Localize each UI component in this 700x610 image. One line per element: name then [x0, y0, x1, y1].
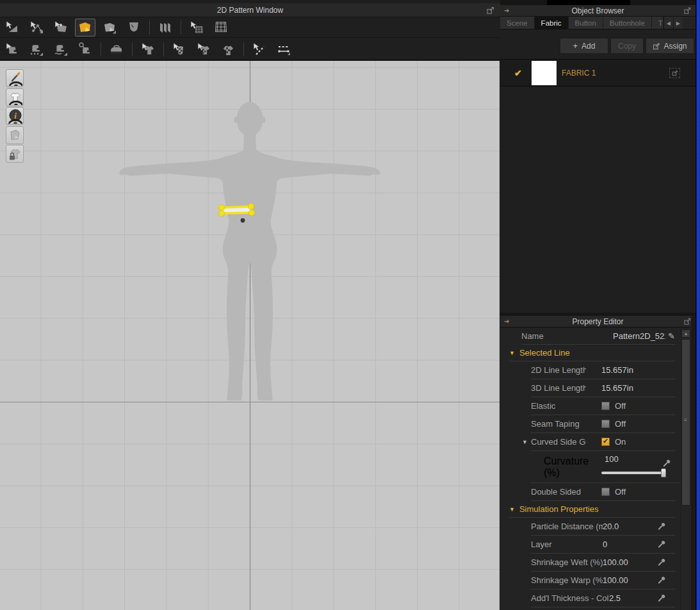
fabric-swatch[interactable] — [532, 61, 557, 85]
tab-buttonhole[interactable]: Buttonhole — [603, 17, 652, 29]
curvature-slider[interactable] — [601, 472, 663, 474]
toolbar-separator — [101, 42, 101, 56]
pattern-window-title: 2D Pattern Window — [217, 6, 283, 15]
pattern-window-popout-icon[interactable] — [486, 6, 495, 15]
texture-garment-tool[interactable] — [218, 40, 238, 58]
edit-name-icon[interactable]: ✎ — [668, 331, 675, 341]
pattern-handle-top-right[interactable] — [248, 203, 254, 209]
collapse-triangle-icon[interactable]: ▼ — [509, 506, 515, 513]
toggle-show-pattern[interactable] — [6, 126, 24, 144]
copy-button[interactable]: Copy — [610, 38, 644, 54]
tab-scene[interactable]: Scene — [500, 17, 535, 29]
top-window-strip — [500, 0, 696, 5]
double-sided-checkbox[interactable] — [601, 488, 610, 496]
shrinkage-warp-wrench-icon[interactable] — [656, 575, 666, 585]
property-row-shrinkage-weft: Shrinkage Weft (%) 100.00 — [531, 554, 675, 572]
object-browser-actions: + Add Copy Assign — [500, 38, 696, 54]
object-browser-popout-icon[interactable] — [683, 6, 692, 15]
property-row-layer: Layer 0 — [531, 536, 675, 554]
select-garment-tool[interactable] — [138, 40, 158, 58]
pattern-2d-canvas[interactable]: i — [0, 61, 500, 610]
segment-sewing-tool[interactable] — [2, 40, 22, 58]
free-sewing-tool[interactable] — [26, 40, 47, 58]
property-editor-scrollbar[interactable]: ▲ ≡ — [681, 328, 691, 610]
top-window-tab — [547, 0, 630, 5]
name-row: Name Pattern2D_521 ✎ — [521, 328, 675, 345]
section-simulation-properties[interactable]: ▼ Simulation Properties — [509, 501, 675, 518]
property-row-3d-line-length: 3D Line Length 15.657in — [531, 379, 675, 397]
pattern-2d-window: 2D Pattern Window — [0, 0, 500, 610]
elastic-checkbox[interactable] — [601, 402, 610, 410]
dock-pin-icon[interactable]: ➔ — [504, 318, 509, 326]
fabric-checkmark-icon[interactable]: ✔ — [514, 68, 527, 78]
edit-curvature-tool[interactable] — [51, 19, 71, 37]
transform-pattern-tool[interactable] — [2, 19, 22, 37]
pattern-toolbar-sewing — [0, 38, 500, 60]
toggle-lock-pattern[interactable] — [6, 145, 24, 163]
property-row-shrinkage-warp: Shrinkage Warp (%) 100.00 — [531, 572, 675, 589]
shrinkage-weft-wrench-icon[interactable] — [656, 557, 666, 567]
property-editor-titlebar: ➔ Property Editor — [500, 316, 696, 327]
property-row-curved-side-geometry: ▼ Curved Side Geometry On — [531, 433, 675, 451]
mn-sewing-tool[interactable] — [51, 40, 71, 58]
collapse-triangle-icon[interactable]: ▼ — [509, 350, 515, 356]
property-row-2d-line-length: 2D Line Length 15.657in — [531, 361, 675, 379]
property-row-elastic: Elastic Off — [531, 397, 675, 415]
tab-scroll-right-icon[interactable]: ▶ — [673, 17, 683, 29]
property-editor-title: Property Editor — [572, 317, 623, 326]
object-browser-title: Object Browser — [571, 6, 624, 15]
scrollbar-grip: ≡ — [684, 419, 689, 425]
dart-tool[interactable] — [124, 19, 144, 37]
tab-fabric[interactable]: Fabric — [535, 17, 569, 29]
pleats-tool[interactable] — [155, 19, 175, 37]
pattern-toolbar-main — [0, 17, 500, 38]
create-rectangle-tool[interactable] — [99, 19, 120, 37]
seam-taping-checkbox[interactable] — [601, 420, 610, 428]
transform-grid-tool[interactable] — [211, 19, 231, 37]
curved-side-checkbox[interactable] — [601, 438, 610, 446]
curvature-wrench-icon[interactable] — [662, 459, 671, 468]
edit-texture-roll-tool[interactable] — [169, 40, 190, 58]
scrollbar-thumb[interactable]: ≡ — [681, 339, 690, 506]
basting-tool[interactable] — [273, 40, 294, 58]
particle-distance-wrench-icon[interactable] — [656, 522, 666, 531]
pattern-handle-bottom-right[interactable] — [248, 210, 254, 215]
toggle-show-garment[interactable] — [6, 88, 24, 106]
property-row-seam-taping: Seam Taping Off — [531, 415, 675, 433]
edit-sewing-tool[interactable] — [75, 40, 95, 58]
dock-pin-icon[interactable]: ➔ — [504, 7, 509, 15]
edit-texture-tool[interactable] — [186, 19, 207, 37]
tab-scroll-left-icon[interactable]: ◀ — [663, 17, 673, 29]
edit-pattern-tool[interactable] — [26, 19, 47, 37]
toolbar-separator — [243, 42, 244, 56]
desktop-edge-strip — [696, 0, 700, 610]
fabric-assign-icon[interactable] — [669, 68, 680, 78]
addl-thickness-wrench-icon[interactable] — [656, 593, 666, 603]
toolbar-separator — [149, 21, 150, 35]
layer-wrench-icon[interactable] — [656, 540, 666, 549]
scrollbar-up-icon[interactable]: ▲ — [681, 329, 690, 338]
property-row-double-sided: Double Sided Off — [531, 483, 675, 501]
toggle-show-seams[interactable] — [6, 69, 24, 87]
pattern-handle-top-left[interactable] — [218, 204, 224, 210]
seam-iron-tool[interactable] — [106, 40, 127, 58]
add-button[interactable]: + Add — [560, 38, 608, 54]
curvature-slider-thumb[interactable] — [661, 468, 666, 477]
adjust-texture-tool[interactable] — [193, 40, 214, 58]
pattern-window-titlebar: 2D Pattern Window — [0, 3, 500, 17]
pattern-handle-bottom-left[interactable] — [218, 210, 224, 216]
object-browser-titlebar: ➔ Object Browser — [500, 5, 696, 17]
toggle-show-info[interactable]: i — [6, 107, 24, 125]
fabric-item-label: FABRIC 1 — [562, 69, 669, 78]
assign-button[interactable]: Assign — [646, 38, 694, 54]
edit-basting-tool[interactable] — [249, 40, 270, 58]
collapse-triangle-icon[interactable]: ▼ — [522, 439, 528, 445]
name-value: Pattern2D_521 — [613, 331, 665, 341]
fabric-list-item[interactable]: ✔ FABRIC 1 — [500, 59, 696, 87]
object-browser-tabs: Scene Fabric Button Buttonhole T ◀ ▶ — [500, 17, 696, 29]
create-polygon-tool[interactable] — [75, 19, 95, 37]
tab-button[interactable]: Button — [569, 17, 603, 29]
section-selected-line[interactable]: ▼ Selected Line — [509, 345, 675, 361]
object-browser-body: + Add Copy Assign ✔ FABRIC 1 — [500, 29, 696, 313]
tab-topstitch[interactable]: T — [652, 17, 663, 29]
